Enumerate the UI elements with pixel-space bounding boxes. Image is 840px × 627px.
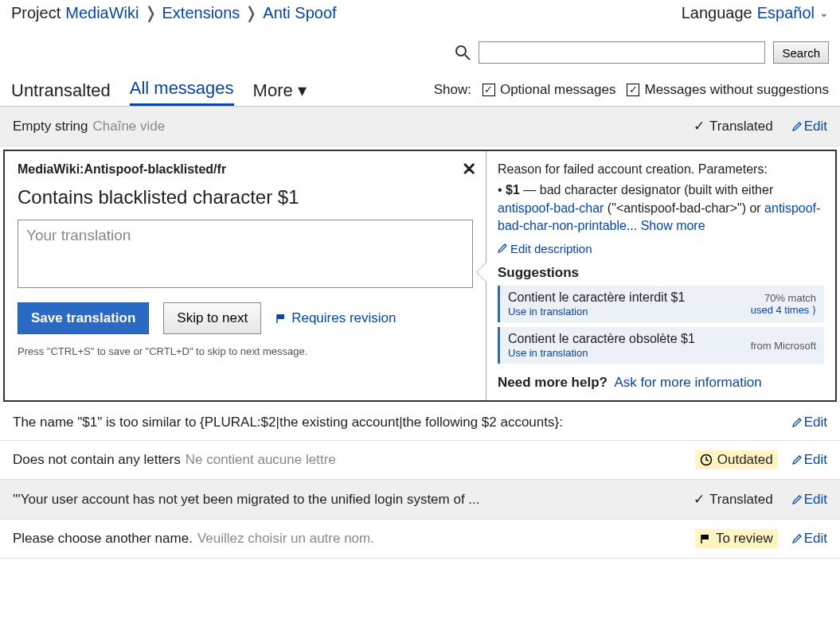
status-translated: ✓Translated: [689, 489, 778, 509]
suggestion-item[interactable]: Contient le caractère obsolète $1Use in …: [498, 327, 824, 364]
message-translation: Veuillez choisir un autre nom.: [197, 531, 374, 547]
message-row[interactable]: Empty string Chaîne vide ✓Translated Edi…: [0, 107, 840, 146]
suggestion-text: Contient le caractère obsolète $1: [508, 332, 695, 346]
close-icon[interactable]: ✕: [462, 159, 476, 180]
message-source: '''Your user account has not yet been mi…: [13, 492, 480, 508]
show-more-link[interactable]: Show more: [641, 219, 705, 232]
use-in-translation-link[interactable]: Use in translation: [508, 306, 685, 317]
tab-more[interactable]: More ▾: [253, 80, 307, 106]
svg-rect-2: [277, 314, 284, 319]
svg-point-0: [456, 46, 466, 56]
suggestion-text: Contient le caractère interdit $1: [508, 290, 685, 305]
ask-for-information-link[interactable]: Ask for more information: [614, 375, 761, 390]
suggestion-item[interactable]: Contient le caractère interdit $1Use in …: [498, 286, 824, 322]
tab-all-messages[interactable]: All messages: [130, 78, 234, 106]
breadcrumb-extensions[interactable]: Extensions: [162, 4, 240, 22]
flag-icon: [700, 533, 711, 544]
svg-line-1: [465, 55, 470, 60]
message-source: Empty string: [13, 119, 88, 134]
search-input[interactable]: [479, 41, 765, 64]
breadcrumb-mediawiki[interactable]: MediaWiki: [65, 4, 139, 22]
search-icon: [455, 45, 471, 60]
suggestions-heading: Suggestions: [498, 265, 824, 281]
check-icon: ✓: [693, 491, 705, 508]
editor-message-title: MediaWiki:Antispoof-blacklisted/fr: [18, 162, 473, 177]
message-translation: Ne contient aucune lettre: [186, 452, 336, 468]
chevron-right-icon: ❭: [244, 3, 258, 22]
checkbox-optional-messages[interactable]: ✓Optional messages: [483, 82, 616, 98]
suggestion-meta: 70% matchused 4 times ⟩: [751, 292, 816, 316]
svg-rect-5: [701, 535, 709, 539]
breadcrumb-antispoof[interactable]: Anti Spoof: [263, 4, 336, 22]
keyboard-hint: Press "CTRL+S" to save or "CRTL+D" to sk…: [18, 345, 473, 357]
need-more-help: Need more help? Ask for more information: [498, 375, 824, 391]
breadcrumb-label: Project: [11, 4, 61, 22]
message-source: The name "$1" is too similar to {PLURAL:…: [13, 415, 563, 430]
edit-description-link[interactable]: Edit description: [498, 242, 592, 255]
language-value: Español: [757, 4, 815, 22]
skip-button[interactable]: Skip to next: [163, 302, 261, 334]
message-row[interactable]: '''Your user account has not yet been mi…: [0, 480, 840, 520]
show-label: Show:: [434, 82, 471, 98]
link-antispoof-bad-char[interactable]: antispoof-bad-char: [498, 201, 604, 215]
edit-link[interactable]: Edit: [792, 531, 827, 547]
breadcrumb: Project MediaWiki ❭ Extensions ❭ Anti Sp…: [11, 3, 337, 22]
tab-untranslated[interactable]: Untransalted: [11, 80, 111, 106]
edit-link[interactable]: Edit: [792, 415, 827, 430]
checkbox-without-suggestions[interactable]: ✓Messages without suggestions: [627, 82, 829, 98]
status-translated: ✓Translated: [689, 116, 778, 136]
pointer-icon: [477, 263, 486, 282]
edit-link[interactable]: Edit: [792, 452, 827, 468]
edit-link[interactable]: Edit: [792, 119, 827, 134]
message-translation: Chaîne vide: [92, 119, 165, 134]
requires-revision-link[interactable]: Requires revision: [275, 310, 396, 326]
check-icon: ✓: [693, 118, 705, 134]
message-source: Please choose another name.: [13, 531, 193, 547]
edit-link[interactable]: Edit: [792, 492, 827, 508]
translation-input[interactable]: Your translation: [18, 220, 473, 288]
language-label: Language: [682, 4, 752, 22]
status-to-review: To review: [695, 529, 778, 548]
translation-editor: MediaWiki:Antispoof-blacklisted/fr ✕ Con…: [3, 150, 837, 402]
message-row[interactable]: Does not contain any letters Ne contient…: [0, 441, 840, 480]
status-outdated: Outdated: [695, 450, 778, 469]
message-description: Reason for failed account creation. Para…: [498, 161, 824, 236]
editor-source-text: Contains blacklisted character $1: [18, 186, 473, 208]
chevron-down-icon: ⌄: [819, 6, 829, 19]
clock-icon: [700, 454, 713, 466]
language-selector[interactable]: Language Español ⌄: [682, 4, 829, 22]
save-translation-button[interactable]: Save translation: [18, 302, 149, 334]
message-source: Does not contain any letters: [13, 452, 181, 468]
caret-down-icon: ▾: [298, 80, 307, 100]
chevron-right-icon: ❭: [144, 3, 158, 22]
message-row[interactable]: The name "$1" is too similar to {PLURAL:…: [0, 405, 840, 441]
use-in-translation-link[interactable]: Use in translation: [508, 347, 695, 359]
message-row[interactable]: Please choose another name. Veuillez cho…: [0, 520, 840, 559]
search-button[interactable]: Search: [773, 41, 829, 64]
suggestion-meta: from Microsoft: [751, 340, 816, 352]
